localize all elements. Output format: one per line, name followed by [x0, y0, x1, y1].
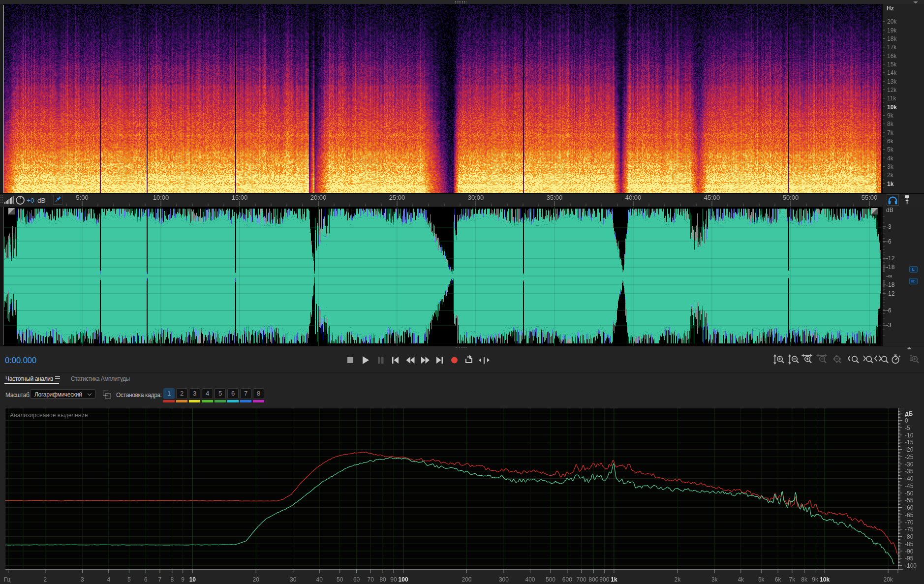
svg-text:dB: dB	[37, 197, 46, 204]
svg-text:+0: +0	[27, 197, 34, 204]
